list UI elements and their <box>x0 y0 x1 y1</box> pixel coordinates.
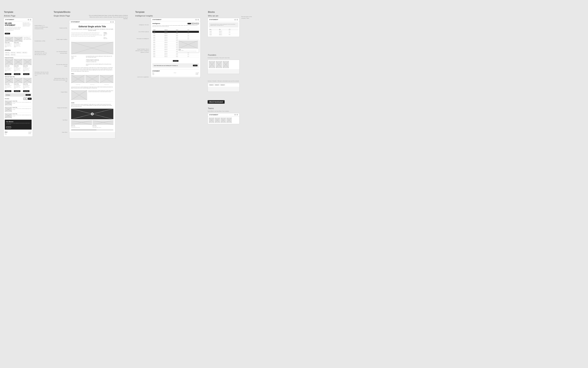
col2-header-row: Single Article Page This is the editoria… <box>53 15 128 19</box>
col1-card1: Article Title Lorem ipsum dolor sit amet… <box>5 37 13 47</box>
col1-hero-btn-label[interactable]: All Articles <box>5 33 10 34</box>
col2-frame-title: STATEMENT <box>71 21 80 23</box>
col4-verticals-section: Verticals. Clickable - Will open a descr… <box>208 80 252 92</box>
col4-who-r2[interactable]: InsightAudience???? <box>209 32 238 34</box>
col1-feat2-img <box>14 59 22 65</box>
col1-feat1-btn[interactable]: Read More <box>5 72 13 75</box>
col3-r4c2: Audience <box>165 38 175 39</box>
col3-row1[interactable]: InsightAudienceSector???? <box>152 33 199 35</box>
col4-team3 <box>220 118 226 123</box>
col4-verticals-content: Vertical 1 Vertical 2 Vertical 3 <box>208 83 239 87</box>
col3-row3[interactable]: InsightAudienceSector???? <box>152 36 199 38</box>
col1-tab3[interactable]: Article Topic <box>16 52 22 53</box>
col3-filter-btn1[interactable]: Filter 1 <box>188 23 191 24</box>
col3-table-row-dark[interactable]: Insight Audience Sector ???? <box>152 31 199 33</box>
col2-play-btn[interactable] <box>91 112 94 115</box>
col2-annot9: Video Block <box>53 131 67 133</box>
col3-r13c3: Sector <box>176 55 187 55</box>
col3-table-header: Insight Audience Sector ???? <box>152 29 199 31</box>
col3-r7c2: Audience <box>165 44 175 45</box>
col1-tab6[interactable]: Article Topic <box>11 54 16 55</box>
col4-who-r1c3: ???? <box>229 31 237 32</box>
col3-r10c1: Insight <box>153 49 164 50</box>
col2-share-items: ● Twitter ● LinkedIn ● Link <box>71 57 85 59</box>
col3-row2[interactable]: InsightAudienceSector???? <box>152 35 199 36</box>
col1-cta-btn[interactable]: CTA Here <box>26 94 31 96</box>
col3-row14[interactable]: InsightAudienceSector???? <box>152 56 199 58</box>
col3-td1-dark: Insight <box>153 31 164 32</box>
canvas: Template Articles Page STATEMENT WE ARE … <box>0 0 588 146</box>
col4-who-frame-title: STATEMENT <box>209 19 218 20</box>
col1-topic2-btn[interactable]: Read More <box>14 89 22 92</box>
col1-topic-grid: Article Title Lorem ipsum dolor sit amet… <box>5 78 32 92</box>
col3-filter-btn3[interactable]: Filter 3 <box>195 23 199 24</box>
col3-row12[interactable]: InsightAudienceSector???? <box>152 52 199 54</box>
col1-feat3-btn-label[interactable]: Read More <box>23 73 30 75</box>
col1-tab2[interactable]: Article Topic <box>11 52 16 53</box>
col3-annot1: Intelligence. No here. <box>135 24 149 26</box>
col1-feat1-btn-label[interactable]: Read More <box>5 73 11 75</box>
col4-vertical1[interactable]: Vertical 1 <box>209 84 214 86</box>
col1-feat3-btn[interactable]: Read More <box>23 72 32 75</box>
col4-founders-content <box>208 60 239 69</box>
col1-list-item1-body: Lorem ipsum dolor sit amet, consectetur … <box>12 102 32 104</box>
col4-who-r2c1: Insight <box>209 32 218 33</box>
col1-frame-header: STATEMENT <box>4 18 33 21</box>
col1-topic1-btn[interactable]: Read More <box>5 89 13 92</box>
col1-sort-btn[interactable]: Sort <box>28 98 32 100</box>
col1-footer-right: ● LinkedIn ● Twitter ● Vimeo <box>28 131 32 134</box>
col1-annot2: Curated block, no filter. <box>35 40 49 42</box>
col3-contact-btn[interactable]: Contact <box>193 65 198 66</box>
col4-who-r3[interactable]: InsightAudience???? <box>209 34 238 36</box>
col2-frame-content: Editorial Single article Title Lorem ips… <box>69 24 115 132</box>
col4-who-r1[interactable]: InsightAudience???? <box>209 30 238 32</box>
col4-who-content: Lorem ipsum dolor sit amet, consectetur … <box>208 21 239 37</box>
col4-who-table: Name Role ???? InsightAudience???? Insig… <box>209 28 238 36</box>
col2-body-text3: Lorem ipsum dolor sit amet, consectetur … <box>71 104 113 107</box>
col2-scrollbar-thumb[interactable] <box>71 129 96 130</box>
col4-vertical3[interactable]: Vertical 3 <box>220 84 225 86</box>
col3-td2-dark: Audience <box>165 31 175 32</box>
col3-r6c1: Insight <box>153 42 164 43</box>
col3-filter-btn2[interactable]: Filter 2 <box>191 23 195 24</box>
col4-who-r3c2: Audience <box>219 34 228 35</box>
col2-list-block: Lorem ipsum dolor sit amet, consectetur … <box>86 56 113 66</box>
col1-tab4[interactable]: Article Topic <box>22 52 28 53</box>
col1-feat2-btn[interactable]: Read More <box>14 72 22 75</box>
col1-topic3-btn-label[interactable]: Read More <box>23 90 30 92</box>
col2-annot4: Text and Infos about the article. <box>53 64 67 67</box>
col1-tab1[interactable]: Article Topic <box>5 52 10 53</box>
col4-brief-text: Lorem ipsum dolor sit amet, consectetur … <box>210 24 237 26</box>
col4-teams-label: Teams <box>208 107 252 109</box>
col1-feat3-title: Article Title <box>23 65 32 67</box>
col3-r1c3: Sector <box>176 33 187 34</box>
col1-selected-topic: Selected Topic Title Article Title Lorem… <box>5 76 32 92</box>
col3-row13[interactable]: InsightAudienceSector???? <box>152 54 199 56</box>
col1-feat2-btn-label[interactable]: Read More <box>14 73 20 75</box>
col1-section-label: Template <box>4 11 44 13</box>
col3-load-more-btn[interactable]: Load More <box>173 60 178 62</box>
col3-r9c1: Insight <box>153 47 164 48</box>
col3-r2c4: ???? <box>188 35 198 36</box>
col1-topic1-btn-label[interactable]: Read More <box>5 90 11 92</box>
col4-founders-label: Founders <box>208 54 252 56</box>
col2-single-image <box>71 42 113 54</box>
col3-th1: Insight <box>153 29 164 30</box>
col3-r4c4: ???? <box>188 38 198 39</box>
col1-list-item2-title: Article Title <box>12 107 32 108</box>
col4-vertical2[interactable]: Vertical 2 <box>215 84 220 86</box>
col4-teams-header: STATEMENT <box>208 113 239 117</box>
col1-topic3-btn[interactable]: Read More <box>23 89 32 92</box>
col1-mission-btn[interactable]: Learn More <box>6 126 11 128</box>
col1-hero-btn[interactable]: All Articles <box>5 31 22 35</box>
col4-teams-icon1 <box>234 114 236 115</box>
col1-topic1-img <box>5 78 13 83</box>
col1-topic2-btn-label[interactable]: Read More <box>14 90 20 92</box>
col1-tab5[interactable]: Article Topic <box>5 54 10 55</box>
col1-icon2 <box>30 19 31 20</box>
col4-teams-annot: Teams Block | can have filters if has mu… <box>208 110 252 112</box>
col1-filter-btn[interactable]: Filter <box>23 98 28 100</box>
col3-annot3: Description of intelligence. <box>135 38 149 39</box>
col1-frame-content: WE ARE STATEMENT Lorem ipsum dolor sit a… <box>4 21 33 137</box>
col4-who-icon2 <box>237 19 238 20</box>
